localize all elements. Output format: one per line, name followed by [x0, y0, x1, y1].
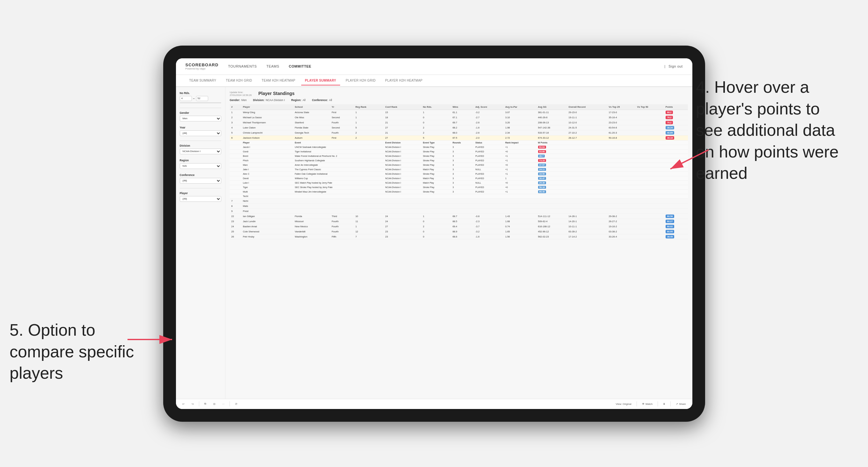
view-button[interactable]: View: Original	[614, 402, 633, 406]
toolbar-separator-3	[637, 401, 637, 406]
filter-max-input[interactable]	[196, 96, 208, 101]
col-wins: Wins	[451, 104, 474, 110]
tab-team-h2h-heatmap[interactable]: TEAM H2H HEATMAP	[258, 76, 299, 86]
update-time: Update time: 27/01/2024 16:56:26	[230, 91, 252, 97]
copy-button[interactable]: ⧉	[203, 401, 208, 406]
tooltip-sub-row: Alex C Fallen Oak Collegiate Invitationa…	[230, 172, 688, 176]
watch-button[interactable]: 👁 Watch	[640, 402, 654, 406]
col-conf-rank: Conf Rank	[384, 104, 422, 110]
filter-year: Year (All)	[180, 126, 221, 136]
tab-team-h2h-grid[interactable]: TEAM H2H GRID	[222, 76, 256, 86]
filter-slider[interactable]	[180, 102, 221, 103]
filter-bar-division-label: Division:	[253, 98, 265, 102]
filter-gender-select[interactable]: Men	[180, 116, 221, 121]
share-button[interactable]: ↗ Share	[674, 402, 688, 406]
filter-division-label: Division	[180, 144, 221, 147]
tablet-frame: SCOREBOARD Powered by clippi TOURNAMENTS…	[163, 45, 705, 422]
filter-bar-gender: Gender: Men	[230, 98, 247, 102]
tooltip-sub-row: Jacob I UNCW Seahawk Intercollegiate NCA…	[230, 145, 688, 149]
col-reg-rank: Reg Rank	[354, 104, 384, 110]
nav-right: | Sign out	[664, 63, 683, 69]
toolbar-separator-1	[199, 401, 199, 406]
content-area: No Rds. – Gender Men	[176, 87, 692, 399]
table-row: 3 Michael Thorbjornsen Stanford Fourth 1…	[230, 120, 688, 125]
filter-region-label: Region	[180, 159, 221, 162]
filter-bar: Gender: Men Division: NCAA Division I Re…	[230, 98, 688, 102]
nav-separator: |	[664, 65, 665, 68]
col-points: Points	[664, 104, 688, 110]
undo-button[interactable]: ↩	[180, 402, 186, 406]
nav-tournaments[interactable]: TOURNAMENTS	[228, 63, 257, 69]
tooltip-sub-row: Techt	[230, 194, 688, 198]
col-overall: Overall Record	[567, 104, 607, 110]
col-num: #	[230, 104, 241, 110]
tab-team-summary[interactable]: TEAM SUMMARY	[186, 76, 220, 86]
tab-player-h2h-grid[interactable]: PLAYER H2H GRID	[342, 76, 380, 86]
arrow-to-player-filter	[121, 323, 185, 355]
col-yr: Yr	[330, 104, 353, 110]
redo-button[interactable]: ↪	[190, 402, 196, 406]
col-player: Player	[241, 104, 293, 110]
arrow-to-points	[651, 124, 715, 188]
filter-bar-gender-label: Gender:	[230, 98, 240, 102]
filter-no-rds: No Rds. –	[180, 92, 221, 103]
filter-min-input[interactable]	[180, 96, 192, 101]
nav-committee[interactable]: COMMITTEE	[289, 63, 311, 69]
filter-gender-label: Gender	[180, 111, 221, 115]
timer-button[interactable]: ⏱	[233, 402, 239, 406]
nav-teams[interactable]: TEAMS	[267, 63, 279, 69]
logo-title: SCOREBOARD	[186, 62, 219, 67]
filter-player-select[interactable]: (All)	[180, 196, 221, 202]
table-row: 8 Mats	[230, 204, 688, 209]
col-school: School	[293, 104, 330, 110]
filter-bar-conference-label: Conference:	[312, 98, 328, 102]
tooltip-sub-row: Marc Amer An Intercollegiate NCAA Divisi…	[230, 162, 688, 167]
tab-player-summary[interactable]: PLAYER SUMMARY	[301, 76, 340, 86]
tablet-screen: SCOREBOARD Powered by clippi TOURNAMENTS…	[176, 58, 692, 409]
col-vs25: Vs Top 25	[607, 104, 636, 110]
table-row-highlighted: 6 Jackson Kolson Auburn First 2 27 5 87.…	[230, 135, 688, 140]
page-container: SCOREBOARD Powered by clippi TOURNAMENTS…	[0, 0, 868, 467]
tooltip-sub-row: Player Event Event Division Event Type R…	[230, 140, 688, 145]
filter-conference-select[interactable]: (All)	[180, 178, 221, 184]
filter-division-select[interactable]: NCAA Division I	[180, 149, 221, 154]
filter-bar-region-label: Region:	[291, 98, 302, 102]
table-row: 7 Nichi	[230, 198, 688, 204]
tooltip-sub-row: David Williams Cup NCAA Division I Match…	[230, 176, 688, 180]
table-row: 4 Luke Claton Florida State Second 5 27 …	[230, 125, 688, 130]
divider-2	[180, 141, 221, 141]
toolbar-separator-4	[658, 401, 658, 406]
filter-no-rds-label: No Rds.	[180, 92, 221, 95]
nav-items: TOURNAMENTS TEAMS COMMITTEE	[228, 63, 664, 69]
more-button[interactable]: ···	[221, 402, 227, 406]
filter-range: –	[180, 96, 221, 101]
filter-region-select[interactable]: N/A	[180, 163, 221, 169]
toolbar-separator-5	[670, 401, 671, 406]
filter-bar-division: Division: NCAA Division I	[253, 98, 285, 102]
filter-bar-gender-value: Men	[241, 98, 247, 102]
filter-year-select[interactable]: (All)	[180, 130, 221, 136]
table-row: 2 Michael La Sasso Ole Miss Second 1 18 …	[230, 115, 688, 120]
filter-bar-conference-value: All	[329, 98, 332, 102]
table-row: 5 Christo Lamprecht Georgia Tech Fourth …	[230, 130, 688, 135]
paste-button[interactable]: ⊡	[211, 402, 217, 406]
tooltip-sub-row: Tiger SEC Stroke Play hosted by Jerry Pa…	[230, 185, 688, 189]
tooltip-sub-row: Mutti Mirabel Maui Jim Intercollegiate N…	[230, 189, 688, 194]
nav-signout[interactable]: Sign out	[669, 63, 682, 69]
tab-player-h2h-heatmap[interactable]: PLAYER H2H HEATMAP	[381, 76, 426, 86]
col-avg-sg: Avg SG	[536, 104, 567, 110]
export-button[interactable]: ⬇	[661, 402, 667, 406]
annotation-top-right: 4. Hover over a player's points to see a…	[696, 76, 849, 184]
logo-area: SCOREBOARD Powered by clippi	[186, 62, 219, 70]
col-vs50: Vs Top 50	[636, 104, 664, 110]
filter-player: Player (All)	[180, 192, 221, 202]
logo-subtitle: Powered by clippi	[186, 67, 219, 70]
filter-division: Division NCAA Division I	[180, 144, 221, 154]
table-row: 22 Ian Gilligan Florida Third 10 24 1 68…	[230, 214, 688, 219]
tooltip-sub-row: Phich Southern Highlands Collegiate NCAA…	[230, 158, 688, 162]
filter-bar-region: Region: All	[291, 98, 306, 102]
divider-1	[180, 108, 221, 108]
table-row: 24 Bastien Amat New Mexico Fourth 1 27 2…	[230, 224, 688, 229]
top-nav: SCOREBOARD Powered by clippi TOURNAMENTS…	[176, 58, 692, 75]
sub-nav: TEAM SUMMARY TEAM H2H GRID TEAM H2H HEAT…	[176, 75, 692, 87]
